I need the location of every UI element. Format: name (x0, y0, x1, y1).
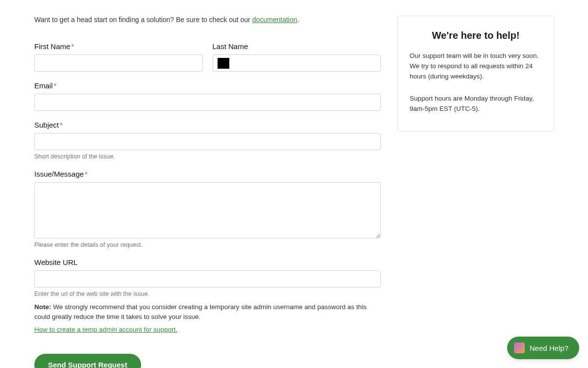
subject-label: Subject* (34, 121, 381, 129)
note-text: We strongly recommend that you consider … (34, 303, 367, 320)
intro-text: Want to get a head start on finding a so… (34, 16, 381, 24)
help-p1: Our support team will be in touch very s… (410, 51, 542, 82)
email-label: Email* (34, 81, 381, 90)
email-field[interactable] (34, 94, 381, 111)
issue-field[interactable] (34, 182, 381, 238)
documentation-link[interactable]: documentation (252, 16, 297, 24)
first-name-field[interactable] (34, 54, 203, 72)
help-widget[interactable]: Need Help? (507, 337, 579, 359)
intro-after: . (297, 16, 299, 24)
required-marker: * (60, 121, 63, 129)
required-marker: * (71, 42, 74, 51)
intro-before: Want to get a head start on finding a so… (34, 16, 252, 24)
send-support-request-button[interactable]: Send Support Request (34, 354, 141, 368)
first-name-label: First Name* (34, 42, 203, 51)
temp-admin-link[interactable]: How to create a temp admin account for s… (34, 326, 177, 333)
help-card: We're here to help! Our support team wil… (397, 16, 554, 131)
swatch-icon (218, 58, 229, 69)
required-marker: * (85, 170, 88, 178)
help-title: We're here to help! (410, 30, 542, 41)
issue-label: Issue/Message* (34, 170, 381, 178)
website-hint: Enter the url of the web site with the i… (34, 290, 381, 297)
issue-hint: Please enter the details of your request… (34, 241, 381, 248)
required-marker: * (54, 81, 57, 90)
subject-field[interactable] (34, 133, 381, 150)
website-label: Website URL (34, 258, 381, 266)
last-name-label: Last Name (213, 42, 381, 51)
help-widget-icon (514, 342, 525, 353)
subject-hint: Short description of the issue. (34, 153, 381, 160)
help-widget-label: Need Help? (530, 344, 568, 352)
help-p2: Support hours are Monday through Friday,… (410, 94, 542, 114)
note-block: Note: We strongly recommend that you con… (34, 302, 381, 322)
note-label: Note: (34, 303, 51, 311)
website-field[interactable] (34, 270, 381, 288)
last-name-field[interactable] (213, 54, 381, 72)
